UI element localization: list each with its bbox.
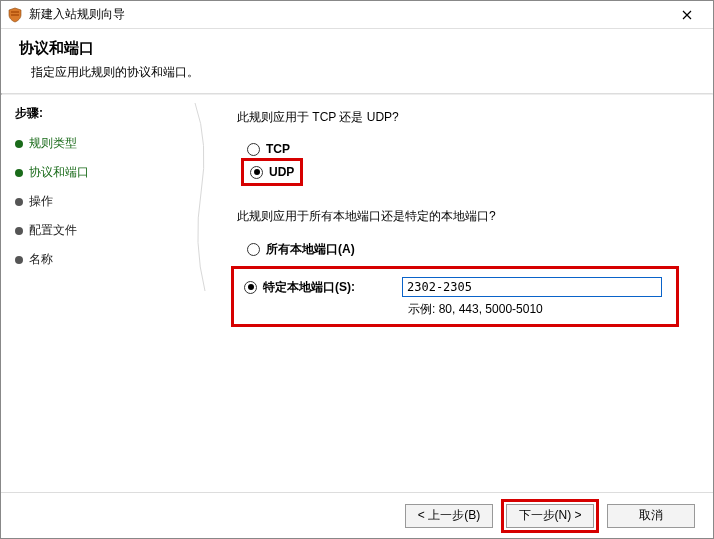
radio-specific-ports[interactable]: 特定本地端口(S): — [244, 279, 384, 296]
wizard-body: 步骤: 规则类型 协议和端口 操作 配置文件 名称 — [1, 95, 713, 492]
step-rule-type[interactable]: 规则类型 — [15, 132, 193, 155]
svg-rect-0 — [11, 11, 19, 13]
svg-rect-1 — [11, 14, 19, 16]
highlight-udp: UDP — [241, 158, 303, 186]
radio-icon — [247, 243, 260, 256]
port-question: 此规则应用于所有本地端口还是特定的本地端口? — [237, 208, 689, 225]
radio-icon — [250, 166, 263, 179]
highlight-specific-port: 特定本地端口(S): 示例: 80, 443, 5000-5010 — [231, 266, 679, 327]
radio-label-tcp: TCP — [266, 142, 290, 156]
radio-all-ports[interactable]: 所有本地端口(A) — [247, 239, 689, 260]
page-description: 指定应用此规则的协议和端口。 — [31, 64, 695, 81]
bullet-icon — [15, 198, 23, 206]
radio-label-specific-ports: 特定本地端口(S): — [263, 279, 355, 296]
bullet-icon — [15, 256, 23, 264]
protocol-question: 此规则应用于 TCP 还是 UDP? — [237, 109, 689, 126]
content-pane: 此规则应用于 TCP 还是 UDP? TCP UDP 此规则应用于所有本地端口还… — [201, 95, 713, 492]
close-button[interactable] — [667, 1, 707, 28]
step-profile[interactable]: 配置文件 — [15, 219, 193, 242]
radio-icon — [247, 143, 260, 156]
step-protocol-ports[interactable]: 协议和端口 — [15, 161, 193, 184]
wizard-window: 新建入站规则向导 协议和端口 指定应用此规则的协议和端口。 步骤: 规则类型 协… — [0, 0, 714, 539]
window-title: 新建入站规则向导 — [29, 6, 667, 23]
step-label: 名称 — [29, 251, 53, 268]
radio-tcp[interactable]: TCP — [247, 140, 689, 158]
radio-label-all-ports: 所有本地端口(A) — [266, 241, 355, 258]
step-name[interactable]: 名称 — [15, 248, 193, 271]
firewall-icon — [7, 7, 23, 23]
step-label: 协议和端口 — [29, 164, 89, 181]
bullet-icon — [15, 140, 23, 148]
bullet-icon — [15, 169, 23, 177]
port-radio-group-top: 所有本地端口(A) — [247, 239, 689, 260]
back-button[interactable]: < 上一步(B) — [405, 504, 493, 528]
page-header: 协议和端口 指定应用此规则的协议和端口。 — [1, 29, 713, 93]
highlight-next: 下一步(N) > — [501, 499, 599, 533]
step-label: 规则类型 — [29, 135, 77, 152]
titlebar: 新建入站规则向导 — [1, 1, 713, 29]
page-title: 协议和端口 — [19, 39, 695, 58]
steps-heading: 步骤: — [15, 105, 193, 122]
steps-sidebar: 步骤: 规则类型 协议和端口 操作 配置文件 名称 — [1, 95, 201, 492]
cancel-button[interactable]: 取消 — [607, 504, 695, 528]
port-input[interactable] — [402, 277, 662, 297]
step-label: 配置文件 — [29, 222, 77, 239]
radio-label-udp: UDP — [269, 165, 294, 179]
wizard-footer: < 上一步(B) 下一步(N) > 取消 — [1, 492, 713, 538]
step-label: 操作 — [29, 193, 53, 210]
next-button[interactable]: 下一步(N) > — [506, 504, 594, 528]
port-example: 示例: 80, 443, 5000-5010 — [408, 301, 666, 318]
step-action[interactable]: 操作 — [15, 190, 193, 213]
radio-icon — [244, 281, 257, 294]
radio-udp[interactable]: UDP — [250, 163, 294, 181]
bullet-icon — [15, 227, 23, 235]
protocol-radio-group: TCP UDP — [247, 140, 689, 186]
